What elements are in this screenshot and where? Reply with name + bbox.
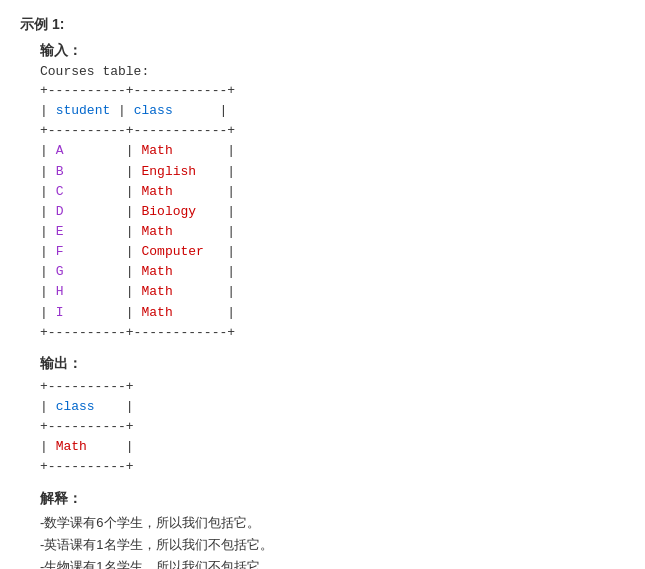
output-row-math: | Math | — [40, 439, 134, 454]
row-c: | C | Math | — [40, 184, 235, 199]
courses-table-label: Courses table: — [40, 64, 625, 79]
header-row-in: | student | class | — [40, 103, 227, 118]
explain-line-0: -数学课有6个学生，所以我们包括它。 — [40, 512, 625, 534]
row-i: | I | Math | — [40, 305, 235, 320]
page-container: 示例 1: 输入： Courses table: +----------+---… — [20, 16, 625, 569]
border-top-out: +----------+ — [40, 379, 134, 394]
border-top-in: +----------+------------+ — [40, 83, 235, 98]
row-d: | D | Biology | — [40, 204, 235, 219]
input-table: +----------+------------+ | student | cl… — [40, 81, 625, 343]
border-bottom-in: +----------+------------+ — [40, 325, 235, 340]
output-table-content: +----------+ | class | +----------+ | Ma… — [40, 377, 625, 478]
row-a: | A | Math | — [40, 143, 235, 158]
border-bottom-out: +----------+ — [40, 459, 134, 474]
row-g: | G | Math | — [40, 264, 235, 279]
border-mid-out: +----------+ — [40, 419, 134, 434]
explain-block: -数学课有6个学生，所以我们包括它。 -英语课有1名学生，所以我们不包括它。 -… — [40, 512, 625, 569]
example-title: 示例 1: — [20, 16, 625, 34]
row-e: | E | Math | — [40, 224, 235, 239]
explain-line-1: -英语课有1名学生，所以我们不包括它。 — [40, 534, 625, 556]
header-row-out: | class | — [40, 399, 134, 414]
explain-label: 解释： — [40, 490, 625, 508]
explain-line-2: -生物课有1名学生，所以我们不包括它。 — [40, 556, 625, 569]
border-mid-in: +----------+------------+ — [40, 123, 235, 138]
output-label: 输出： — [40, 355, 625, 373]
row-b: | B | English | — [40, 164, 235, 179]
output-table: +----------+ | class | +----------+ | Ma… — [40, 377, 625, 478]
row-h: | H | Math | — [40, 284, 235, 299]
input-table-content: +----------+------------+ | student | cl… — [40, 81, 625, 343]
input-label: 输入： — [40, 42, 625, 60]
row-f: | F | Computer | — [40, 244, 235, 259]
